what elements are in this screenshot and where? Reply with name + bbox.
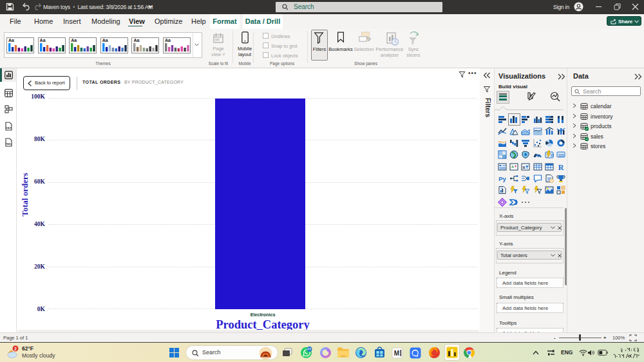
svg-text:TMDL: TMDL — [6, 143, 13, 146]
svg-text:FY: FY — [308, 348, 312, 351]
svg-text:123: 123 — [558, 153, 564, 157]
svg-text:M: M — [394, 350, 399, 357]
svg-text:R: R — [558, 163, 564, 171]
svg-text:2: 2 — [14, 347, 17, 351]
svg-text:A: A — [511, 165, 514, 169]
svg-text:23: 23 — [551, 154, 554, 157]
svg-text:DAX: DAX — [6, 126, 12, 129]
svg-text:Py: Py — [498, 175, 506, 182]
svg-text:B: B — [523, 165, 526, 169]
